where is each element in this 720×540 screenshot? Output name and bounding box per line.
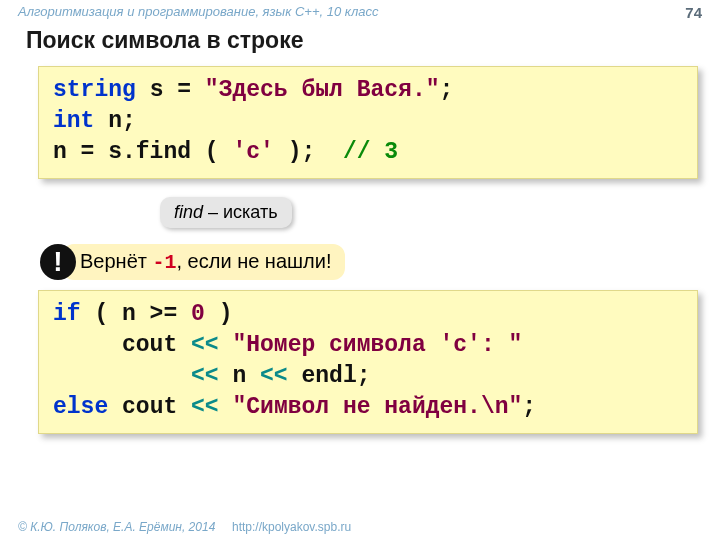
code-token: n	[232, 363, 260, 389]
code-token: <<	[191, 394, 232, 420]
code-token: ;	[439, 77, 453, 103]
hint-box: find – искать	[160, 197, 292, 228]
code-token: 0	[191, 301, 205, 327]
code-token: "Номер символа 'c': "	[232, 332, 522, 358]
code-token: <<	[191, 363, 232, 389]
code-token: s =	[136, 77, 205, 103]
warning-text: Вернёт -1, если не нашли!	[62, 244, 345, 280]
code-token: int	[53, 108, 94, 134]
exclamation-icon: !	[40, 244, 76, 280]
warn-after: , если не нашли!	[177, 250, 332, 272]
code-token: );	[274, 139, 343, 165]
course-name: Алгоритмизация и программирование, язык …	[18, 4, 378, 21]
page-number: 74	[685, 4, 702, 21]
code-token: 'с'	[232, 139, 273, 165]
slide-title: Поиск символа в строке	[0, 23, 720, 62]
warning-row: ! Вернёт -1, если не нашли!	[40, 244, 720, 280]
code-token: // 3	[343, 139, 398, 165]
code-token: "Символ не найден.\n"	[232, 394, 522, 420]
code-token: <<	[191, 332, 232, 358]
code-token: endl;	[301, 363, 370, 389]
code-token: else	[53, 394, 108, 420]
slide-footer: © К.Ю. Поляков, Е.А. Ерёмин, 2014 http:/…	[18, 520, 351, 534]
code-token: if	[53, 301, 81, 327]
footer-url: http://kpolyakov.spb.ru	[232, 520, 351, 534]
code-block-declaration: string s = "Здесь был Вася."; int n; n =…	[38, 66, 698, 179]
code-token: n = s.find (	[53, 139, 232, 165]
hint-ru: искать	[223, 202, 278, 222]
slide-header: Алгоритмизация и программирование, язык …	[0, 0, 720, 23]
code-token: "Здесь был Вася."	[205, 77, 440, 103]
hint-dash: –	[203, 202, 223, 222]
code-token: ( n >=	[81, 301, 191, 327]
warn-before: Вернёт	[80, 250, 152, 272]
code-token: )	[205, 301, 233, 327]
code-token: n;	[94, 108, 135, 134]
code-token: <<	[260, 363, 301, 389]
code-block-if: if ( n >= 0 ) cout << "Номер символа 'c'…	[38, 290, 698, 434]
code-token: cout	[108, 394, 191, 420]
code-token: ;	[522, 394, 536, 420]
footer-authors: © К.Ю. Поляков, Е.А. Ерёмин, 2014	[18, 520, 215, 534]
warn-value: -1	[152, 251, 176, 274]
code-token: string	[53, 77, 136, 103]
code-token	[53, 363, 191, 389]
hint-word: find	[174, 202, 203, 222]
code-token: cout	[53, 332, 191, 358]
